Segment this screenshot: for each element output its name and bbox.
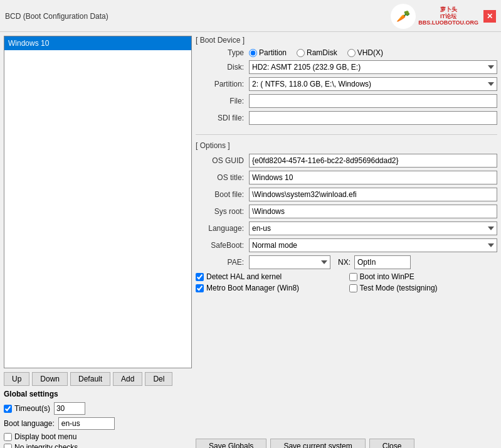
- partition-radio-label[interactable]: Partition: [249, 48, 287, 57]
- language-row: Language: en-us: [196, 221, 497, 235]
- os-list[interactable]: Windows 10: [4, 36, 192, 368]
- list-buttons: Up Down Default Add Del: [4, 372, 192, 386]
- title-bar-right: 🥕 萝卜头IT论坛BBS.LUOBOTOU.ORG ✕: [391, 4, 496, 29]
- no-integrity-checkbox[interactable]: [4, 444, 12, 449]
- disk-row: Disk: HD2: ASMT 2105 (232.9 GB, E:): [196, 60, 497, 74]
- options-label: [ Options ]: [196, 141, 497, 150]
- timeout-label: Timeout(s): [4, 404, 50, 413]
- boot-language-row: Boot language: en-us: [4, 417, 192, 430]
- safeboot-value: Normal mode: [249, 238, 497, 252]
- down-button[interactable]: Down: [32, 372, 68, 386]
- test-mode-label[interactable]: Test Mode (testsigning): [349, 284, 498, 292]
- os-guid-row: OS GUID: [196, 154, 497, 168]
- no-integrity-label: No integrity checks: [14, 443, 78, 448]
- nx-select[interactable]: OptIn: [354, 255, 411, 269]
- divider: [196, 134, 497, 135]
- left-panel: Windows 10 Up Down Default Add Del Globa…: [4, 36, 192, 448]
- sdi-label: SDI file:: [196, 114, 249, 122]
- window-title: BCD (Boot Configuration Data): [5, 12, 108, 21]
- display-boot-menu-label: Display boot menu: [14, 432, 76, 441]
- display-boot-menu-checkbox[interactable]: [4, 433, 12, 441]
- ramdisk-label: RamDisk: [307, 48, 337, 57]
- sdi-input[interactable]: [249, 111, 497, 125]
- sys-root-label: Sys root:: [196, 207, 249, 216]
- safeboot-select[interactable]: Normal mode: [249, 238, 497, 252]
- save-globals-button[interactable]: Save Globals: [196, 439, 266, 448]
- detect-hal-checkbox[interactable]: [196, 273, 204, 281]
- safeboot-label: SafeBoot:: [196, 241, 249, 250]
- pae-label-field: PAE:: [196, 258, 249, 267]
- add-button[interactable]: Add: [113, 372, 142, 386]
- boot-file-label: Boot file:: [196, 190, 249, 199]
- save-current-system-button[interactable]: Save current system: [270, 439, 365, 448]
- pae-select[interactable]: [249, 255, 330, 269]
- close-window-button[interactable]: ✕: [483, 10, 496, 23]
- right-panel: [ Boot Device ] Type Partition RamDisk: [196, 36, 497, 448]
- del-button[interactable]: Del: [145, 372, 172, 386]
- global-settings-title: Global settings: [4, 390, 192, 398]
- disk-label: Disk:: [196, 63, 249, 72]
- boot-winpe-checkbox[interactable]: [349, 273, 357, 281]
- vhd-radio[interactable]: [347, 49, 356, 57]
- type-radio-group: Partition RamDisk VHD(X): [249, 48, 497, 57]
- partition-select[interactable]: 2: ( NTFS, 118.0 GB, E:\, Windows): [249, 77, 497, 91]
- logo-text: 萝卜头IT论坛BBS.LUOBOTOU.ORG: [418, 6, 478, 26]
- timeout-input[interactable]: [54, 402, 85, 415]
- language-label: Language:: [196, 224, 249, 233]
- disk-value: HD2: ASMT 2105 (232.9 GB, E:): [249, 60, 497, 74]
- partition-label: Partition: [259, 48, 287, 57]
- close-button[interactable]: Close: [369, 439, 415, 448]
- sdi-value: [249, 111, 497, 125]
- os-title-row: OS title:: [196, 171, 497, 184]
- ramdisk-radio[interactable]: [297, 49, 305, 57]
- logo-icon: 🥕: [391, 4, 416, 29]
- file-input[interactable]: [249, 94, 497, 108]
- sys-root-input[interactable]: [249, 205, 497, 218]
- up-button[interactable]: Up: [4, 372, 29, 386]
- partition-label-field: Partition:: [196, 80, 249, 88]
- type-label: Type: [196, 48, 249, 57]
- partition-row: Partition: 2: ( NTFS, 118.0 GB, E:\, Win…: [196, 77, 497, 91]
- timeout-checkbox[interactable]: [4, 405, 12, 413]
- os-list-item[interactable]: Windows 10: [4, 36, 191, 50]
- metro-boot-label[interactable]: Metro Boot Manager (Win8): [196, 284, 344, 292]
- partition-value: 2: ( NTFS, 118.0 GB, E:\, Windows): [249, 77, 497, 91]
- bottom-buttons: Save Globals Save current system Close: [196, 435, 497, 448]
- os-title-input[interactable]: [249, 171, 497, 184]
- detect-hal-text: Detect HAL and kernel: [206, 272, 282, 281]
- pae-nx-values: NX: OptIn: [249, 255, 497, 269]
- title-bar: BCD (Boot Configuration Data) 🥕 萝卜头IT论坛B…: [0, 0, 501, 32]
- options-section: [ Options ] OS GUID OS title: Boot file:: [196, 141, 497, 292]
- disk-select[interactable]: HD2: ASMT 2105 (232.9 GB, E:): [249, 60, 497, 74]
- partition-radio[interactable]: [249, 49, 257, 57]
- sys-root-row: Sys root:: [196, 205, 497, 218]
- boot-winpe-label[interactable]: Boot into WinPE: [349, 272, 498, 281]
- timeout-row: Timeout(s): [4, 402, 192, 415]
- boot-device-label: [ Boot Device ]: [196, 36, 497, 45]
- default-button[interactable]: Default: [70, 372, 110, 386]
- test-mode-text: Test Mode (testsigning): [360, 284, 438, 292]
- sys-root-value: [249, 205, 497, 218]
- boot-language-select[interactable]: en-us: [58, 417, 115, 430]
- language-select[interactable]: en-us: [249, 221, 497, 235]
- ramdisk-radio-label[interactable]: RamDisk: [297, 48, 337, 57]
- boot-file-input[interactable]: [249, 188, 497, 201]
- sdi-row: SDI file:: [196, 111, 497, 125]
- boot-file-value: [249, 188, 497, 201]
- os-guid-input[interactable]: [249, 154, 497, 168]
- logo-area: 🥕 萝卜头IT论坛BBS.LUOBOTOU.ORG: [391, 4, 478, 29]
- detect-hal-label[interactable]: Detect HAL and kernel: [196, 272, 344, 281]
- boot-winpe-text: Boot into WinPE: [360, 272, 414, 281]
- file-label: File:: [196, 97, 249, 105]
- file-row: File:: [196, 94, 497, 108]
- metro-boot-checkbox[interactable]: [196, 284, 204, 292]
- global-settings: Global settings Timeout(s) Boot language…: [4, 390, 192, 448]
- pae-nx-row: PAE: NX: OptIn: [196, 255, 497, 269]
- no-integrity-row: No integrity checks: [4, 443, 192, 448]
- vhd-label: VHD(X): [357, 48, 383, 57]
- options-checkboxes: Detect HAL and kernel Boot into WinPE Me…: [196, 272, 497, 292]
- test-mode-checkbox[interactable]: [349, 284, 357, 292]
- file-value: [249, 94, 497, 108]
- vhd-radio-label[interactable]: VHD(X): [347, 48, 383, 57]
- safeboot-row: SafeBoot: Normal mode: [196, 238, 497, 252]
